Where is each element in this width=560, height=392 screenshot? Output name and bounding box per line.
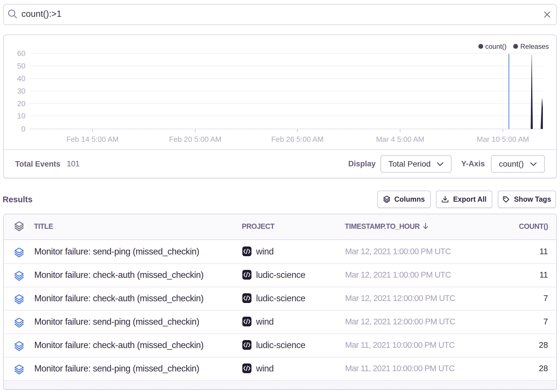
svg-text:Feb 26 5:00 AM: Feb 26 5:00 AM xyxy=(271,135,324,144)
svg-text:Feb 14 5:00 AM: Feb 14 5:00 AM xyxy=(66,135,119,144)
svg-text:0: 0 xyxy=(21,125,25,133)
svg-text:Mar 4 5:00 AM: Mar 4 5:00 AM xyxy=(376,135,424,144)
svg-text:40: 40 xyxy=(17,74,25,83)
svg-text:50: 50 xyxy=(17,62,25,70)
svg-text:Feb 20 5:00 AM: Feb 20 5:00 AM xyxy=(169,135,221,144)
svg-text:Mar 10 5:00 AM: Mar 10 5:00 AM xyxy=(477,135,529,144)
svg-text:60: 60 xyxy=(17,49,25,58)
svg-text:10: 10 xyxy=(17,112,25,120)
svg-text:20: 20 xyxy=(17,99,25,108)
svg-text:30: 30 xyxy=(17,87,25,95)
